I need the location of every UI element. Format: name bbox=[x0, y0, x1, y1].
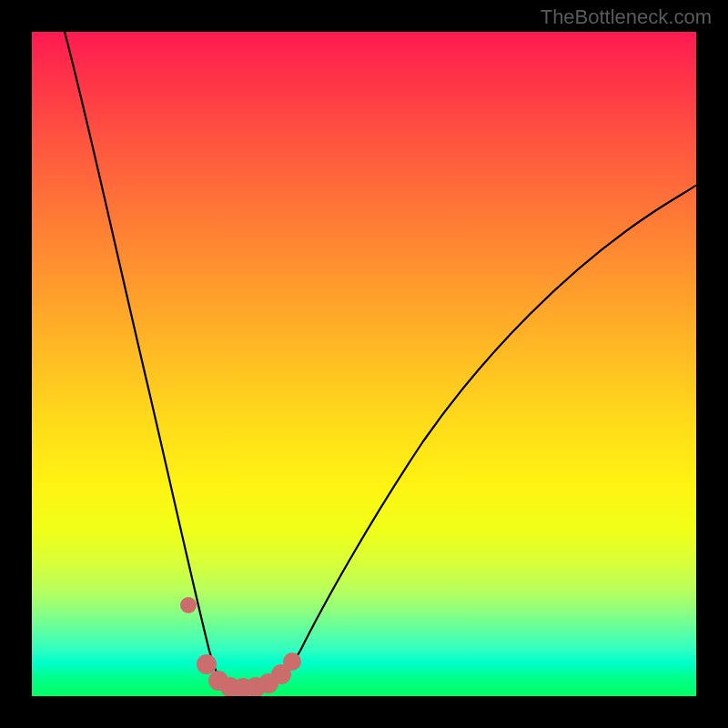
plot-area bbox=[32, 32, 696, 696]
marker-dot bbox=[180, 597, 197, 613]
chart-svg bbox=[32, 32, 696, 696]
highlight-markers-group bbox=[180, 597, 301, 696]
watermark-text: TheBottleneck.com bbox=[541, 5, 712, 29]
chart-frame: TheBottleneck.com bbox=[0, 0, 728, 728]
marker-dot bbox=[283, 652, 301, 671]
marker-dot bbox=[197, 654, 217, 674]
bottleneck-curve-line bbox=[65, 32, 696, 688]
